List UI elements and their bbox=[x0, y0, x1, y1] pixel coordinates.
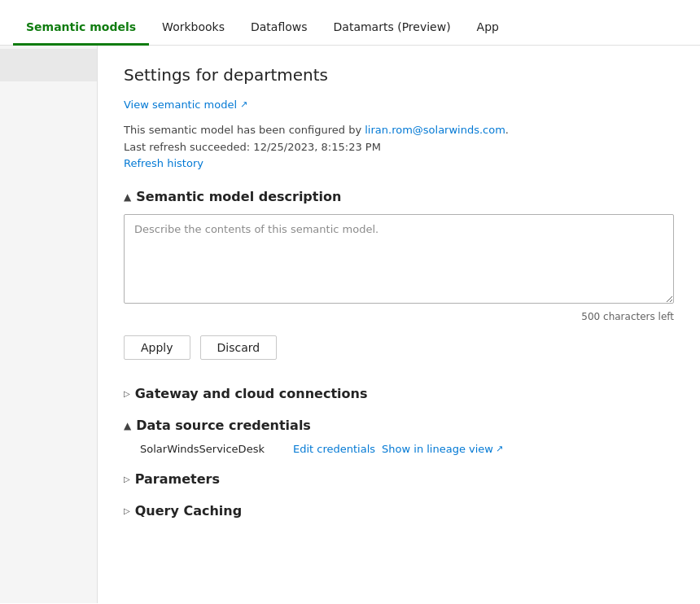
description-textarea-container bbox=[124, 214, 674, 306]
top-navigation: Semantic models Workbooks Dataflows Data… bbox=[0, 0, 700, 46]
show-lineage-link[interactable]: Show in lineage view ↗ bbox=[382, 443, 503, 455]
tab-semantic-models[interactable]: Semantic models bbox=[13, 20, 149, 46]
main-layout: Settings for departments View semantic m… bbox=[0, 46, 700, 603]
query-caching-toggle-icon: ▷ bbox=[124, 506, 130, 515]
content-area: Settings for departments View semantic m… bbox=[98, 46, 700, 603]
edit-credentials-link[interactable]: Edit credentials bbox=[293, 443, 375, 455]
gateway-section[interactable]: ▷ Gateway and cloud connections bbox=[124, 386, 674, 401]
credentials-row: SolarWindsServiceDesk Edit credentials S… bbox=[124, 443, 674, 455]
tab-dataflows[interactable]: Dataflows bbox=[238, 20, 321, 46]
gateway-toggle-icon: ▷ bbox=[124, 389, 130, 398]
tab-datamarts[interactable]: Datamarts (Preview) bbox=[321, 20, 464, 46]
parameters-section-title: Parameters bbox=[135, 471, 220, 487]
description-section-header[interactable]: ▲ Semantic model description bbox=[124, 189, 674, 204]
tab-workbooks[interactable]: Workbooks bbox=[149, 20, 238, 46]
page-title: Settings for departments bbox=[124, 65, 674, 85]
view-semantic-model-link[interactable]: View semantic model ↗ bbox=[124, 98, 247, 111]
credentials-name: SolarWindsServiceDesk bbox=[140, 443, 287, 455]
credentials-section: ▲ Data source credentials SolarWindsServ… bbox=[124, 418, 674, 455]
credentials-toggle-icon: ▲ bbox=[124, 420, 131, 431]
refresh-status: Last refresh succeeded: 12/25/2023, 8:15… bbox=[124, 141, 674, 153]
configured-by-email[interactable]: liran.rom@solarwinds.com bbox=[365, 124, 505, 136]
show-lineage-label: Show in lineage view bbox=[382, 443, 493, 455]
description-button-group: Apply Discard bbox=[124, 335, 674, 360]
external-link-icon: ↗ bbox=[240, 99, 247, 110]
description-section-title: Semantic model description bbox=[136, 189, 341, 204]
sidebar-item-1 bbox=[0, 49, 97, 81]
configured-by-suffix: . bbox=[505, 124, 509, 136]
view-model-label: View semantic model bbox=[124, 98, 237, 111]
lineage-external-icon: ↗ bbox=[496, 444, 503, 454]
char-count: 500 characters left bbox=[124, 311, 674, 322]
parameters-section[interactable]: ▷ Parameters bbox=[124, 471, 674, 487]
credentials-section-header[interactable]: ▲ Data source credentials bbox=[124, 418, 674, 433]
query-caching-section[interactable]: ▷ Query Caching bbox=[124, 503, 674, 519]
configured-by-prefix: This semantic model has been configured … bbox=[124, 124, 365, 136]
apply-button[interactable]: Apply bbox=[124, 335, 190, 360]
configured-by-text: This semantic model has been configured … bbox=[124, 124, 674, 136]
sidebar bbox=[0, 46, 98, 603]
query-caching-section-title: Query Caching bbox=[135, 503, 242, 519]
gateway-section-title: Gateway and cloud connections bbox=[135, 386, 368, 401]
discard-button[interactable]: Discard bbox=[200, 335, 278, 360]
refresh-history-link[interactable]: Refresh history bbox=[124, 157, 203, 169]
description-textarea[interactable] bbox=[124, 214, 674, 304]
parameters-toggle-icon: ▷ bbox=[124, 475, 130, 484]
tab-app[interactable]: App bbox=[464, 20, 512, 46]
credentials-section-title: Data source credentials bbox=[136, 418, 311, 433]
description-toggle-icon: ▲ bbox=[124, 191, 131, 203]
description-section: ▲ Semantic model description 500 charact… bbox=[124, 189, 674, 360]
